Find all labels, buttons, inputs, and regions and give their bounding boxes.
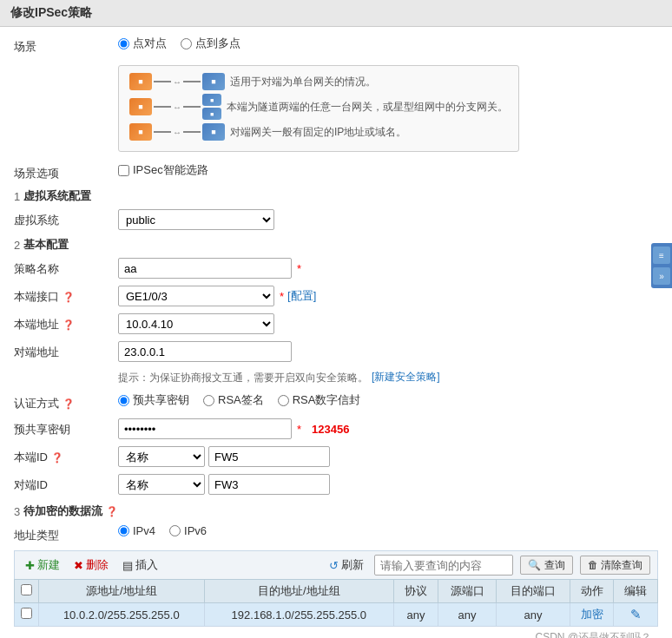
auth-method-input-col: 预共享密钥 RSA签名 RSA数字信封 bbox=[118, 392, 658, 408]
local-address-label: 本端地址 ❓ bbox=[14, 313, 118, 332]
peer-id-value-input[interactable] bbox=[208, 474, 330, 495]
virtual-system-label: 虚拟系统 bbox=[14, 209, 118, 228]
virtual-system-select[interactable]: public bbox=[118, 209, 274, 230]
auth-rsa[interactable]: RSA签名 bbox=[203, 392, 264, 408]
new-policy-link[interactable]: [新建安全策略] bbox=[372, 370, 440, 385]
local-interface-config-link[interactable]: [配置] bbox=[287, 288, 316, 304]
auth-method-label-text: 认证方式 bbox=[14, 397, 59, 410]
ipv6-label: IPv6 bbox=[184, 524, 207, 537]
local-id-value-input[interactable] bbox=[208, 446, 330, 467]
section2-num: 2 bbox=[14, 239, 20, 252]
auth-psk[interactable]: 预共享密钥 bbox=[118, 392, 189, 408]
row-action[interactable]: 加密 bbox=[570, 603, 614, 627]
search-icon: 🔍 bbox=[528, 559, 541, 571]
auth-psk-label: 预共享密钥 bbox=[133, 392, 189, 408]
watermark: CSDN @还是做不到吗？ bbox=[14, 627, 658, 638]
line4 bbox=[183, 106, 201, 108]
insert-btn[interactable]: ▤ 插入 bbox=[119, 556, 161, 575]
local-interface-select[interactable]: GE1/0/3 bbox=[118, 286, 274, 306]
auth-method-label: 认证方式 ❓ bbox=[14, 392, 118, 411]
col-protocol-header: 协议 bbox=[394, 580, 438, 603]
hint-row: 提示：为保证协商报文互通，需要开启双向安全策略。 [新建安全策略] bbox=[14, 369, 658, 385]
side-panel-btn1[interactable]: ≡ bbox=[653, 247, 670, 264]
policy-name-input-col: * bbox=[118, 258, 658, 279]
peer-address-input[interactable] bbox=[118, 341, 292, 362]
auth-rsa-digital-radio[interactable] bbox=[278, 395, 289, 406]
local-address-help-icon[interactable]: ❓ bbox=[63, 319, 75, 330]
router-icon-right3: ■ bbox=[202, 123, 225, 141]
local-interface-help-icon[interactable]: ❓ bbox=[63, 292, 75, 302]
auth-method-help-icon[interactable]: ❓ bbox=[63, 398, 75, 409]
scenario-option2[interactable]: 点到多点 bbox=[181, 36, 240, 51]
hint-col: 提示：为保证协商报文互通，需要开启双向安全策略。 [新建安全策略] bbox=[118, 369, 658, 385]
row-edit-cell: ✎ bbox=[614, 603, 658, 627]
ipv4-option[interactable]: IPv4 bbox=[118, 524, 155, 537]
delete-btn[interactable]: ✖ 删除 bbox=[70, 556, 112, 575]
local-address-select[interactable]: 10.0.4.10 bbox=[118, 313, 274, 334]
local-interface-required: * bbox=[280, 290, 284, 303]
info-box: ■ ↔ ■ 适用于对端为单台网关的情况。 ■ ↔ bbox=[118, 65, 519, 152]
local-id-input-col: 名称 bbox=[118, 446, 658, 467]
auth-rsa-digital[interactable]: RSA数字信封 bbox=[278, 392, 361, 408]
section1-label: 虚拟系统配置 bbox=[23, 188, 91, 204]
scenario-img2: ■ ↔ ■ ■ bbox=[129, 94, 221, 120]
auth-rsa-radio[interactable] bbox=[203, 395, 214, 406]
scenario-option1[interactable]: 点对点 bbox=[118, 36, 167, 51]
psk-input[interactable] bbox=[118, 418, 292, 439]
ipv6-option[interactable]: IPv6 bbox=[169, 524, 207, 537]
peer-address-label: 对端地址 bbox=[14, 341, 118, 360]
auth-psk-radio[interactable] bbox=[118, 395, 129, 406]
policy-name-input[interactable] bbox=[118, 258, 292, 279]
local-id-help-icon[interactable]: ❓ bbox=[51, 452, 63, 463]
content-area: 场景 点对点 点到多点 bbox=[0, 27, 672, 638]
data-table: 源地址/地址组 目的地址/地址组 协议 源端口 目的端口 动作 编辑 10.0.… bbox=[14, 579, 658, 627]
scenario-radio1[interactable] bbox=[118, 38, 129, 49]
ipv4-radio[interactable] bbox=[118, 525, 129, 536]
local-interface-label: 本端接口 ❓ bbox=[14, 286, 118, 305]
ipv6-radio[interactable] bbox=[169, 525, 181, 536]
insert-icon: ▤ bbox=[122, 559, 133, 572]
new-btn[interactable]: ✚ 新建 bbox=[22, 556, 63, 575]
local-id-label-text: 本端ID bbox=[14, 451, 48, 464]
scene-options-input: IPSec智能选路 bbox=[118, 162, 658, 178]
info-icon-row3: ■ ↔ ■ 对端网关一般有固定的IP地址或域名。 bbox=[129, 123, 508, 141]
col-action-header: 动作 bbox=[570, 580, 614, 603]
section3-help-icon[interactable]: ❓ bbox=[106, 506, 118, 517]
router-icon-right1: ■ bbox=[202, 73, 225, 90]
virtual-system-row: 虚拟系统 public bbox=[14, 209, 658, 230]
query-btn[interactable]: 🔍 查询 bbox=[520, 556, 572, 575]
peer-id-input-col: 名称 bbox=[118, 474, 658, 495]
local-id-type-select[interactable]: 名称 bbox=[118, 446, 205, 467]
peer-id-label: 对端ID bbox=[14, 474, 118, 493]
col-dst-port-header: 目的端口 bbox=[497, 580, 570, 603]
info-icon-row2: ■ ↔ ■ ■ 本端为隧道两端的任意一台网关，或星型组网中的分支网关。 bbox=[129, 94, 508, 120]
table-body: 10.0.2.0/255.255.255.0 192.168.1.0/255.2… bbox=[15, 603, 658, 627]
address-type-row: 地址类型 IPv4 IPv6 bbox=[14, 524, 658, 543]
refresh-btn[interactable]: ↺ 刷新 bbox=[326, 556, 367, 575]
policy-name-required: * bbox=[297, 262, 301, 275]
info-bullet2: 本端为隧道两端的任意一台网关，或星型组网中的分支网关。 bbox=[227, 100, 508, 115]
peer-id-type-select[interactable]: 名称 bbox=[118, 474, 205, 495]
smart-routing-checkbox[interactable]: IPSec智能选路 bbox=[118, 162, 208, 178]
scene-options-row: 场景选项 IPSec智能选路 bbox=[14, 162, 658, 181]
row-edit-icon[interactable]: ✎ bbox=[630, 607, 642, 622]
delete-icon: ✖ bbox=[74, 559, 83, 572]
insert-btn-label: 插入 bbox=[135, 557, 158, 573]
row-src-addr: 10.0.2.0/255.255.255.0 bbox=[39, 603, 205, 627]
select-all-checkbox[interactable] bbox=[21, 584, 32, 595]
row-src-port: any bbox=[438, 603, 497, 627]
smart-routing-input[interactable] bbox=[118, 165, 129, 176]
main-container: 修改IPSec策略 场景 点对点 点到多点 bbox=[0, 0, 672, 638]
clear-btn[interactable]: 🗑 清除查询 bbox=[580, 556, 650, 575]
router-icon-left2: ■ bbox=[129, 98, 152, 115]
section2-label: 基本配置 bbox=[23, 237, 69, 253]
delete-btn-label: 删除 bbox=[86, 557, 109, 573]
scenario-img1: ■ ↔ ■ bbox=[129, 73, 225, 90]
page-title: 修改IPSec策略 bbox=[0, 0, 672, 27]
side-panel-btn2[interactable]: » bbox=[653, 267, 670, 285]
scenario-radio2[interactable] bbox=[181, 38, 192, 49]
row-action-link[interactable]: 加密 bbox=[581, 608, 603, 621]
row-checkbox[interactable] bbox=[21, 608, 32, 619]
clear-btn-label: 清除查询 bbox=[601, 559, 642, 571]
search-input[interactable] bbox=[374, 555, 513, 576]
